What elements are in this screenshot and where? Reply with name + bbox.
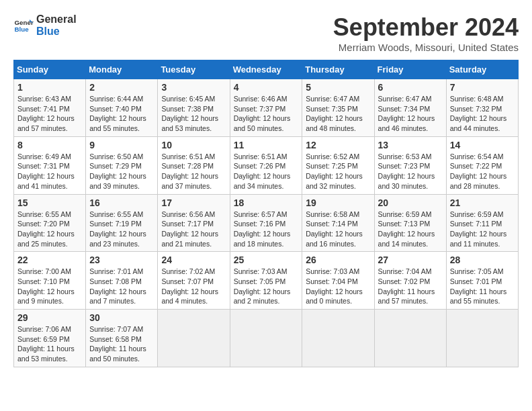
calendar-cell: 20 Sunrise: 6:59 AM Sunset: 7:13 PM Dayl… (374, 194, 446, 252)
day-number: 22 (17, 255, 82, 265)
day-info: Sunrise: 6:45 AM Sunset: 7:38 PM Dayligh… (161, 94, 226, 134)
day-info: Sunrise: 6:51 AM Sunset: 7:26 PM Dayligh… (234, 152, 299, 191)
col-thursday: Thursday (302, 60, 374, 79)
calendar-cell: 23 Sunrise: 7:01 AM Sunset: 7:08 PM Dayl… (86, 252, 158, 310)
calendar-cell: 28 Sunrise: 7:05 AM Sunset: 7:01 PM Dayl… (446, 252, 518, 310)
day-number: 19 (306, 197, 370, 208)
day-number: 5 (306, 82, 370, 93)
calendar-cell: 16 Sunrise: 6:55 AM Sunset: 7:19 PM Dayl… (86, 194, 158, 252)
day-info: Sunrise: 6:57 AM Sunset: 7:16 PM Dayligh… (234, 210, 299, 249)
calendar-cell: 27 Sunrise: 7:04 AM Sunset: 7:02 PM Dayl… (374, 252, 446, 310)
col-tuesday: Tuesday (158, 60, 230, 79)
calendar-cell: 21 Sunrise: 6:59 AM Sunset: 7:11 PM Dayl… (446, 194, 518, 252)
day-info: Sunrise: 6:48 AM Sunset: 7:32 PM Dayligh… (450, 94, 515, 134)
day-number: 21 (450, 197, 515, 208)
day-number: 11 (234, 140, 299, 150)
day-info: Sunrise: 7:02 AM Sunset: 7:07 PM Dayligh… (161, 267, 226, 306)
day-info: Sunrise: 6:44 AM Sunset: 7:40 PM Dayligh… (89, 94, 154, 134)
location-subtitle: Merriam Woods, Missouri, United States (333, 42, 519, 53)
day-info: Sunrise: 6:55 AM Sunset: 7:19 PM Dayligh… (89, 210, 154, 249)
calendar-cell: 1 Sunrise: 6:43 AM Sunset: 7:41 PM Dayli… (14, 79, 86, 137)
day-number: 28 (450, 255, 515, 265)
calendar-cell: 25 Sunrise: 7:03 AM Sunset: 7:05 PM Dayl… (230, 252, 302, 310)
day-info: Sunrise: 7:06 AM Sunset: 6:59 PM Dayligh… (17, 324, 82, 364)
day-info: Sunrise: 6:58 AM Sunset: 7:14 PM Dayligh… (306, 210, 370, 249)
calendar-cell: 5 Sunrise: 6:47 AM Sunset: 7:35 PM Dayli… (302, 79, 374, 137)
day-info: Sunrise: 7:04 AM Sunset: 7:02 PM Dayligh… (378, 267, 443, 306)
day-info: Sunrise: 6:49 AM Sunset: 7:31 PM Dayligh… (17, 152, 82, 191)
day-number: 4 (234, 82, 299, 93)
calendar-cell: 30 Sunrise: 7:07 AM Sunset: 6:58 PM Dayl… (86, 310, 158, 367)
calendar-cell: 6 Sunrise: 6:47 AM Sunset: 7:34 PM Dayli… (374, 79, 446, 137)
day-info: Sunrise: 6:55 AM Sunset: 7:20 PM Dayligh… (17, 210, 82, 249)
day-info: Sunrise: 6:59 AM Sunset: 7:13 PM Dayligh… (378, 210, 443, 249)
header: General Blue General Blue September 2024… (13, 13, 519, 53)
day-number: 13 (378, 140, 443, 150)
day-info: Sunrise: 7:03 AM Sunset: 7:05 PM Dayligh… (234, 267, 299, 306)
calendar-cell: 11 Sunrise: 6:51 AM Sunset: 7:26 PM Dayl… (230, 136, 302, 194)
calendar-cell: 22 Sunrise: 7:00 AM Sunset: 7:10 PM Dayl… (14, 252, 86, 310)
calendar-table: Sunday Monday Tuesday Wednesday Thursday… (13, 60, 519, 367)
day-info: Sunrise: 6:56 AM Sunset: 7:17 PM Dayligh… (161, 210, 226, 249)
day-number: 26 (306, 255, 370, 265)
calendar-cell: 8 Sunrise: 6:49 AM Sunset: 7:31 PM Dayli… (14, 136, 86, 194)
col-sunday: Sunday (14, 60, 86, 79)
day-number: 7 (450, 82, 515, 93)
calendar-cell: 7 Sunrise: 6:48 AM Sunset: 7:32 PM Dayli… (446, 79, 518, 137)
calendar-row: 22 Sunrise: 7:00 AM Sunset: 7:10 PM Dayl… (14, 252, 519, 310)
day-number: 27 (378, 255, 443, 265)
day-number: 16 (89, 197, 154, 208)
calendar-row: 1 Sunrise: 6:43 AM Sunset: 7:41 PM Dayli… (14, 79, 519, 137)
day-info: Sunrise: 6:46 AM Sunset: 7:37 PM Dayligh… (234, 94, 299, 134)
col-monday: Monday (86, 60, 158, 79)
calendar-cell: 29 Sunrise: 7:06 AM Sunset: 6:59 PM Dayl… (14, 310, 86, 367)
calendar-cell (446, 310, 518, 367)
day-info: Sunrise: 7:03 AM Sunset: 7:04 PM Dayligh… (306, 267, 370, 306)
calendar-cell: 3 Sunrise: 6:45 AM Sunset: 7:38 PM Dayli… (158, 79, 230, 137)
calendar-cell: 24 Sunrise: 7:02 AM Sunset: 7:07 PM Dayl… (158, 252, 230, 310)
day-info: Sunrise: 7:00 AM Sunset: 7:10 PM Dayligh… (17, 267, 82, 306)
day-number: 30 (89, 312, 154, 323)
day-number: 24 (161, 255, 226, 265)
month-title: September 2024 (333, 13, 519, 42)
day-number: 17 (161, 197, 226, 208)
day-number: 12 (306, 140, 370, 150)
day-number: 3 (161, 82, 226, 93)
day-number: 8 (17, 140, 82, 150)
day-number: 25 (234, 255, 299, 265)
day-number: 9 (89, 140, 154, 150)
day-info: Sunrise: 6:50 AM Sunset: 7:29 PM Dayligh… (89, 152, 154, 191)
day-info: Sunrise: 7:01 AM Sunset: 7:08 PM Dayligh… (89, 267, 154, 306)
svg-text:Blue: Blue (15, 26, 30, 33)
col-saturday: Saturday (446, 60, 518, 79)
svg-text:General: General (15, 18, 34, 26)
title-area: September 2024 Merriam Woods, Missouri, … (333, 13, 519, 53)
day-info: Sunrise: 6:51 AM Sunset: 7:28 PM Dayligh… (161, 152, 226, 191)
day-info: Sunrise: 7:05 AM Sunset: 7:01 PM Dayligh… (450, 267, 515, 306)
calendar-cell: 19 Sunrise: 6:58 AM Sunset: 7:14 PM Dayl… (302, 194, 374, 252)
day-number: 29 (17, 312, 82, 323)
calendar-cell (302, 310, 374, 367)
day-info: Sunrise: 6:47 AM Sunset: 7:35 PM Dayligh… (306, 94, 370, 134)
calendar-cell: 2 Sunrise: 6:44 AM Sunset: 7:40 PM Dayli… (86, 79, 158, 137)
calendar-cell (374, 310, 446, 367)
col-wednesday: Wednesday (230, 60, 302, 79)
calendar-cell (230, 310, 302, 367)
calendar-cell: 14 Sunrise: 6:54 AM Sunset: 7:22 PM Dayl… (446, 136, 518, 194)
calendar-row: 29 Sunrise: 7:06 AM Sunset: 6:59 PM Dayl… (14, 310, 519, 367)
day-info: Sunrise: 6:53 AM Sunset: 7:23 PM Dayligh… (378, 152, 443, 191)
day-number: 18 (234, 197, 299, 208)
day-info: Sunrise: 6:52 AM Sunset: 7:25 PM Dayligh… (306, 152, 370, 191)
logo-blue: Blue (36, 26, 77, 38)
logo-icon: General Blue (13, 15, 34, 36)
day-number: 6 (378, 82, 443, 93)
calendar-cell: 10 Sunrise: 6:51 AM Sunset: 7:28 PM Dayl… (158, 136, 230, 194)
day-number: 20 (378, 197, 443, 208)
day-info: Sunrise: 6:47 AM Sunset: 7:34 PM Dayligh… (378, 94, 443, 134)
day-info: Sunrise: 6:54 AM Sunset: 7:22 PM Dayligh… (450, 152, 515, 191)
calendar-cell: 13 Sunrise: 6:53 AM Sunset: 7:23 PM Dayl… (374, 136, 446, 194)
day-number: 10 (161, 140, 226, 150)
logo-general: General (36, 13, 77, 26)
day-info: Sunrise: 7:07 AM Sunset: 6:58 PM Dayligh… (89, 324, 154, 364)
calendar-cell: 26 Sunrise: 7:03 AM Sunset: 7:04 PM Dayl… (302, 252, 374, 310)
